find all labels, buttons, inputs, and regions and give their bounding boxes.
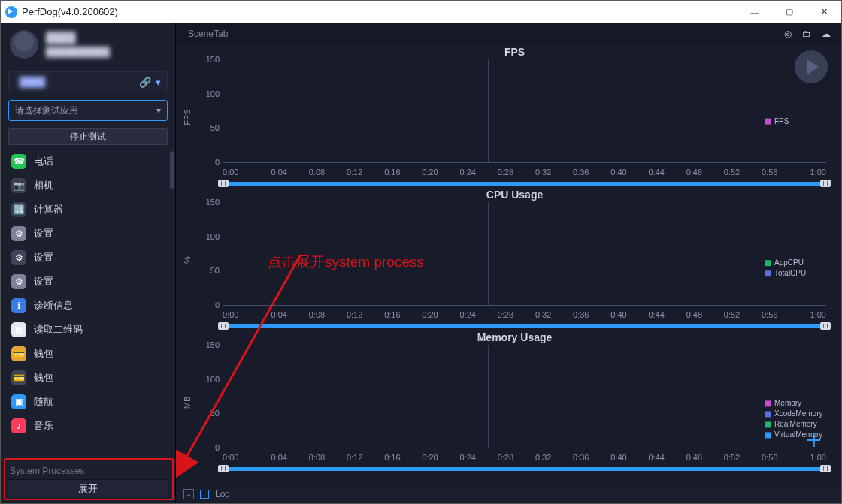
plot-area[interactable]: 050100150 — [223, 345, 826, 448]
expand-system-label: 展开 — [78, 482, 98, 496]
x-tick: 0:04 — [260, 310, 298, 321]
legend-item: AppCPU — [765, 258, 834, 268]
time-range-slider[interactable] — [223, 180, 826, 187]
x-tick: 0:40 — [600, 453, 638, 463]
x-tick: 0:36 — [562, 453, 600, 463]
x-tick: 0:56 — [751, 167, 789, 178]
app-item[interactable]: ♪音乐 — [1, 414, 175, 438]
x-tick: 0:00 — [223, 310, 260, 321]
time-range-slider[interactable] — [223, 465, 826, 472]
x-tick: 0:16 — [374, 167, 411, 178]
plot-area[interactable]: 050100150 — [223, 59, 826, 163]
app-item-label: 设置 — [34, 251, 53, 264]
y-tick: 0 — [200, 300, 220, 309]
avatar — [10, 30, 38, 59]
app-item[interactable]: ▣随航 — [1, 390, 175, 414]
chart-legend: FPS — [765, 116, 834, 127]
maximize-button[interactable]: ▢ — [772, 1, 807, 23]
locate-icon[interactable]: ◎ — [784, 29, 792, 39]
legend-item: RealMemory — [765, 419, 834, 430]
sidebar-scrollbar[interactable] — [170, 151, 174, 460]
legend-label: AppCPU — [774, 258, 804, 268]
app-item[interactable]: ☎电话 — [1, 149, 175, 174]
x-tick: 0:24 — [449, 310, 486, 321]
x-tick: 0:12 — [336, 310, 374, 321]
slider-handle-left[interactable] — [218, 180, 229, 187]
app-item[interactable]: 💳钱包 — [1, 366, 175, 390]
app-item[interactable]: ▦读取二维码 — [1, 318, 175, 342]
legend-label: TotalCPU — [774, 268, 806, 279]
app-item-label: 相机 — [34, 179, 53, 192]
app-item[interactable]: ⚙设置 — [1, 270, 175, 294]
app-item[interactable]: 💳钱包 — [1, 342, 175, 366]
app-item[interactable]: ⚙设置 — [1, 222, 175, 246]
legend-label: XcodeMemory — [774, 409, 822, 419]
cloud-icon[interactable]: ☁ — [822, 29, 831, 39]
slider-handle-right[interactable] — [820, 465, 831, 472]
minimize-button[interactable]: — — [738, 1, 772, 23]
main-area: SceneTab ◎ 🗀 ☁ + FPSFPS0501001500:000:04… — [176, 23, 841, 503]
chart-title: FPS — [195, 46, 834, 58]
system-processes-label: System Processes — [1, 461, 175, 479]
x-tick: 0:24 — [449, 453, 486, 463]
legend-item: Memory — [765, 398, 834, 409]
app-item-label: 读取二维码 — [34, 323, 83, 337]
chart-fps: FPSFPS0501001500:000:040:080:120:160:200… — [179, 46, 834, 189]
x-tick: 0:00 — [223, 453, 260, 463]
x-axis: 0:000:040:080:120:160:200:240:280:320:36… — [223, 167, 826, 178]
app-icon: 🔢 — [11, 202, 26, 217]
y-tick: 0 — [200, 158, 220, 167]
legend-item: FPS — [765, 116, 834, 127]
time-marker[interactable] — [488, 59, 489, 162]
device-name: ████ — [20, 77, 135, 87]
log-collapse-toggle[interactable]: ⌄ — [183, 489, 194, 499]
y-tick: 50 — [200, 409, 220, 418]
x-tick: 0:04 — [260, 453, 298, 463]
app-item-label: 电话 — [34, 155, 53, 168]
expand-system-button[interactable]: 展开 — [8, 479, 168, 497]
scene-tab[interactable]: SceneTab — [176, 23, 240, 44]
x-tick: 0:28 — [486, 453, 524, 463]
slider-handle-left[interactable] — [218, 322, 229, 330]
app-icon: ⚙ — [11, 274, 26, 289]
legend-item: TotalCPU — [765, 268, 834, 279]
time-range-slider[interactable] — [223, 322, 826, 330]
x-tick: 0:12 — [336, 167, 374, 178]
y-axis-label: FPS — [179, 46, 195, 189]
chevron-down-icon: ▾ — [156, 105, 161, 116]
app-item[interactable]: 📷相机 — [1, 174, 175, 198]
log-checkbox[interactable] — [200, 490, 209, 499]
annotation-text: 点击展开system process — [268, 252, 424, 272]
x-tick: 0:56 — [751, 310, 789, 321]
app-select[interactable]: 请选择测试应用 ▾ — [8, 100, 168, 121]
device-select[interactable]: ████ 🔗 ▾ — [8, 71, 168, 92]
slider-handle-right[interactable] — [820, 322, 831, 330]
app-item[interactable]: ℹ诊断信息 — [1, 294, 175, 318]
stop-test-label: 停止测试 — [70, 131, 106, 143]
y-tick: 150 — [200, 198, 220, 207]
app-item-label: 钱包 — [34, 371, 53, 385]
app-item-label: 设置 — [34, 275, 53, 288]
x-axis: 0:000:040:080:120:160:200:240:280:320:36… — [223, 310, 826, 321]
legend-swatch — [765, 260, 771, 266]
y-tick: 100 — [200, 89, 220, 98]
x-tick: 0:48 — [675, 167, 713, 178]
y-tick: 100 — [200, 375, 220, 384]
folder-icon[interactable]: 🗀 — [802, 29, 811, 39]
app-item[interactable]: ⚙设置 — [1, 246, 175, 270]
link-icon[interactable]: 🔗 — [139, 77, 151, 88]
slider-handle-right[interactable] — [820, 180, 831, 187]
x-tick: 0:52 — [713, 310, 750, 321]
close-button[interactable]: ✕ — [807, 1, 841, 23]
slider-handle-left[interactable] — [218, 465, 229, 472]
app-icon: 💳 — [11, 370, 26, 385]
profile-name: ████ — [46, 32, 110, 44]
app-item[interactable]: 🔢计算器 — [1, 198, 175, 222]
app-item-label: 音乐 — [34, 419, 53, 433]
time-marker[interactable] — [488, 202, 489, 305]
device-dropdown-icon[interactable]: ▾ — [156, 77, 161, 88]
stop-test-button[interactable]: 停止测试 — [8, 128, 168, 145]
legend-label: Memory — [774, 398, 801, 409]
x-tick: 0:08 — [298, 167, 335, 178]
time-marker[interactable] — [488, 345, 489, 448]
